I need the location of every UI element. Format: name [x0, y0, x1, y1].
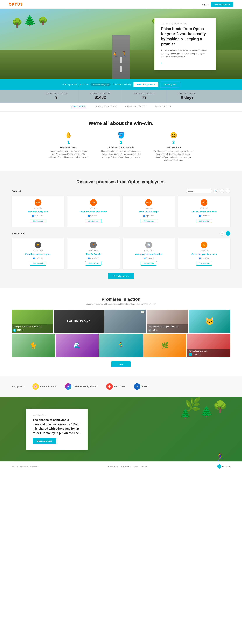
step-2-num: 2 [101, 140, 141, 145]
recent-1-title: Run 6x / week [70, 252, 117, 256]
photo-tile-4: 🐱 [189, 310, 230, 333]
recent-3-avatar: 💪 [201, 242, 207, 248]
recent-3-title: Go to the gym 3x a week [181, 252, 228, 256]
card-2-avatar: OPTUS [145, 199, 152, 206]
featured-header-row: Featured 🔍 ‹ › [12, 189, 230, 193]
recent-2-title: Always print double-sided [125, 252, 172, 256]
step-1-num: 1 [48, 140, 89, 145]
hero-desc: You get a little push towards making a c… [161, 49, 209, 58]
recent-2-by: BY AMANDA L. [125, 250, 172, 251]
see-all-btn[interactable]: See all promises [108, 273, 134, 279]
make-this-promise-btn[interactable]: Make this promise [133, 82, 158, 87]
join-recent-btn-0[interactable]: Join promise [30, 261, 46, 266]
hero-tag: MAKE GOOD ON YOUR GOALS [161, 23, 209, 25]
step-2: 🪣 2 SET CHARITY AND AMOUNT Choose a char… [101, 132, 141, 162]
featured-card-3: OPTUS BY OPTUS Cut out coffee and dairy … [178, 196, 230, 227]
photo-tile-8: 🌿 [143, 334, 186, 357]
stat-moments: MOMENTS OF PROGRESS 79 [122, 90, 167, 103]
join-btn-0[interactable]: Join promise [30, 219, 46, 223]
hero-section: 🏃 🚶 🌳 🌲 🌳 🌲 🌳 MAKE GOOD ON YOUR GOALS Ra… [0, 9, 242, 79]
card-2-title: Walk 100,000 steps [125, 210, 172, 213]
charity-2: ✚ Red Cross [106, 383, 125, 390]
footer-link-signup[interactable]: Sign up [142, 466, 147, 467]
signin-link[interactable]: Sign in [202, 3, 208, 6]
charity-0-name: Cancer Council [40, 385, 56, 388]
card-1-avatar: OPTUS [90, 199, 97, 206]
most-recent-label: Most recent [12, 232, 24, 234]
photo-tile-0: looking for a good book at the library D… [12, 310, 53, 333]
how-it-works-section: We're all about the win-win. ✋ 1 MAKE A … [0, 112, 242, 170]
featured-card-2: OPTUS BY OPTUS Walk 100,000 steps 👥 1 pr… [122, 196, 175, 227]
prev-featured-btn[interactable]: ‹ [220, 189, 224, 193]
charities-support-row: In support of: 🌸 Cancer Council ✦ Diabet… [12, 383, 230, 390]
more-btn[interactable]: More [112, 361, 131, 367]
footer-brand-text: PROMISE [222, 466, 230, 468]
header: OPTUS Sign in Make a promise [0, 0, 242, 9]
charities-section: In support of: 🌸 Cancer Council ✦ Diabet… [0, 376, 242, 397]
in-support-label: In support of: [12, 385, 24, 388]
tab-our-charities[interactable]: OUR CHARITIES [155, 105, 171, 109]
search-input[interactable] [186, 189, 212, 193]
footer-link-login[interactable]: Log in [134, 466, 138, 467]
tab-promises-in-action[interactable]: PROMISES IN ACTION [125, 105, 146, 109]
prev-recent-btn[interactable]: ‹ [220, 231, 224, 236]
search-btn[interactable]: 🔍 [213, 189, 218, 193]
footer-link-how[interactable]: How it works [121, 466, 130, 467]
charity-0: 🌸 Cancer Council [32, 383, 56, 390]
card-2-count: 👥 1 promiser [125, 215, 172, 217]
recent-0-count: 👥 1 promise [14, 257, 61, 259]
promise-bar: Make a promise. I promise to meditate ev… [0, 79, 242, 90]
charity-3-name: RSPCA [142, 385, 149, 388]
stat-charity: PROMISED TO CHARITY $1482 [79, 90, 122, 103]
next-recent-btn[interactable]: › [226, 231, 230, 236]
stat-value-4: 0 days [178, 95, 196, 100]
post-1-text: For The People [67, 319, 90, 323]
join-btn-1[interactable]: Join promise [85, 219, 101, 223]
join-recent-btn-1[interactable]: Join promise [85, 261, 101, 266]
logo: OPTUS [9, 2, 23, 6]
footer-links: Privacy policy How it works Log in Sign … [108, 466, 147, 467]
footer-copyright: Promise or Pay ™ All rights reserved [12, 466, 38, 467]
action-subtitle: Share your progress with workmates and h… [12, 303, 230, 305]
most-recent-header: Most recent ‹ › [12, 231, 230, 236]
join-recent-btn-3[interactable]: Join promise [196, 261, 212, 266]
step-1: ✋ 1 MAKE A PROMISE Accept a challenge, p… [48, 132, 89, 162]
tab-how-it-works[interactable]: HOW IT WORKS [71, 105, 86, 109]
featured-card-0: OPTUS BY OPTUS Meditate every day 👥 12 p… [12, 196, 64, 227]
photo-tile-6: 🌊 [56, 334, 99, 357]
post-0-author: DEBRA C. [17, 329, 24, 331]
card-3-by: BY OPTUS [181, 207, 228, 209]
card-3-count: 👥 1 promiser [181, 215, 228, 217]
write-my-own-btn[interactable]: Write my own [160, 82, 180, 87]
recent-3-count: 👥 1 promise [181, 257, 228, 259]
featured-promises-section: Discover promises from Optus employees. … [0, 170, 242, 288]
recent-1-count: 👥 2 promises [70, 257, 117, 259]
join-recent-btn-2[interactable]: Join promise [141, 261, 157, 266]
step-1-title: MAKE A PROMISE [48, 146, 89, 148]
post-3-author: ALEX H [152, 329, 157, 331]
next-featured-btn[interactable]: › [226, 189, 230, 193]
join-btn-3[interactable]: Join promise [196, 219, 212, 223]
stat-value-1: 9 [46, 95, 67, 100]
recent-1-by: BY AMANDA G. [70, 250, 117, 251]
join-btn-2[interactable]: Join promise [141, 219, 157, 223]
recent-2-count: 👥 1 promise [125, 257, 172, 259]
step-2-desc: Choose a charity that means something to… [101, 150, 141, 159]
charity-2-name: Red Cross [114, 385, 125, 388]
stat-label-2: PROMISED TO CHARITY [91, 93, 110, 94]
make-promise-header-btn[interactable]: Make a promise [211, 2, 233, 7]
step-1-desc: Accept a challenge, pick a promise, or w… [48, 150, 89, 159]
tab-featured-promises[interactable]: FEATURED PROMISES [95, 105, 117, 109]
footer: Promise or Pay ™ All rights reserved Pri… [0, 461, 242, 472]
recent-0-title: Pat all my cats everyday [14, 252, 61, 256]
promise-option-dropdown[interactable]: meditate every day [91, 83, 111, 86]
footer-link-privacy[interactable]: Privacy policy [108, 466, 118, 467]
card-0-avatar: OPTUS [35, 199, 41, 206]
bottom-cta-btn[interactable]: Make a promise [33, 438, 56, 444]
recent-card-1: 🏃 BY AMANDA G. Run 6x / week 👥 2 promise… [67, 238, 120, 269]
card-2-by: BY OPTUS [125, 207, 172, 209]
card-1-title: Read one book this month [70, 210, 117, 213]
photo-tile-7: 🏃‍♂️ [100, 334, 142, 357]
photo-tile-3: I meditated this morning for 20 minutes … [147, 310, 188, 333]
post-3-text: I meditated this morning for 20 minutes [148, 326, 187, 328]
